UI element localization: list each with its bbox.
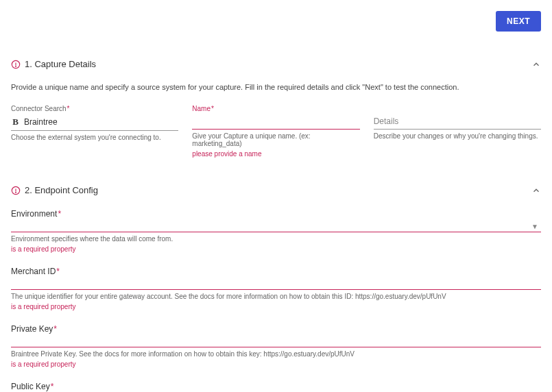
chevron-up-icon xyxy=(531,186,541,195)
section-title: 1. Capture Details xyxy=(25,59,96,69)
section-capture-details-header[interactable]: 1. Capture Details xyxy=(11,59,541,69)
endpoint-dropdown[interactable]: ▼ xyxy=(11,220,541,232)
section-title: 2. Endpoint Config xyxy=(25,185,98,195)
name-input[interactable] xyxy=(192,117,359,126)
endpoint-field: Public Key*Braintree Public Key. See the… xyxy=(11,382,541,392)
name-field: Name* Give your Capture a unique name. (… xyxy=(192,105,359,158)
endpoint-field-label: Private Key* xyxy=(11,324,541,334)
endpoint-field: Environment*▼Environment specifies where… xyxy=(11,209,541,253)
name-label: Name* xyxy=(192,105,359,112)
endpoint-help: The unique identifier for your entire ga… xyxy=(11,293,541,300)
endpoint-field-label: Environment* xyxy=(11,209,541,219)
endpoint-field: Merchant ID*The unique identifier for yo… xyxy=(11,267,541,310)
braintree-icon: B xyxy=(11,117,20,127)
name-help: Give your Capture a unique name. (ex: ma… xyxy=(192,132,359,147)
details-label xyxy=(374,105,541,112)
required-asterisk: * xyxy=(67,105,70,112)
required-asterisk: * xyxy=(56,267,60,276)
connector-help: Choose the external system you're connec… xyxy=(11,134,178,141)
required-asterisk: * xyxy=(51,382,54,391)
name-error: please provide a name xyxy=(192,150,359,158)
endpoint-help: Braintree Private Key. See the docs for … xyxy=(11,350,541,358)
required-asterisk: * xyxy=(53,324,57,334)
endpoint-input[interactable] xyxy=(11,335,541,347)
details-field: Describe your changes or why you're chan… xyxy=(374,105,541,158)
next-button[interactable]: NEXT xyxy=(496,11,541,32)
alert-circle-icon xyxy=(11,60,21,69)
required-asterisk: * xyxy=(58,209,61,219)
chevron-down-icon: ▼ xyxy=(531,223,538,230)
endpoint-input[interactable] xyxy=(11,278,541,290)
section-instructions: Provide a unique name and specify a sour… xyxy=(11,83,541,91)
section-endpoint-config-header[interactable]: 2. Endpoint Config xyxy=(11,185,541,195)
alert-circle-icon xyxy=(11,186,21,195)
chevron-up-icon xyxy=(531,60,541,69)
endpoint-field-label: Merchant ID* xyxy=(11,267,541,276)
endpoint-error: is a required property xyxy=(11,360,541,368)
connector-search-field: Connector Search* B Choose the external … xyxy=(11,105,178,158)
required-asterisk: * xyxy=(211,105,214,112)
connector-search-input[interactable] xyxy=(24,117,178,127)
endpoint-error: is a required property xyxy=(11,245,541,253)
details-help: Describe your changes or why you're chan… xyxy=(374,132,541,140)
svg-point-5 xyxy=(16,192,16,193)
endpoint-field-label: Public Key* xyxy=(11,382,541,391)
svg-point-2 xyxy=(16,66,16,66)
endpoint-field: Private Key*Braintree Private Key. See t… xyxy=(11,324,541,368)
connector-search-label: Connector Search* xyxy=(11,105,178,112)
endpoint-help: Environment specifies where the data wil… xyxy=(11,235,541,243)
details-input[interactable] xyxy=(374,117,541,126)
endpoint-error: is a required property xyxy=(11,303,541,310)
